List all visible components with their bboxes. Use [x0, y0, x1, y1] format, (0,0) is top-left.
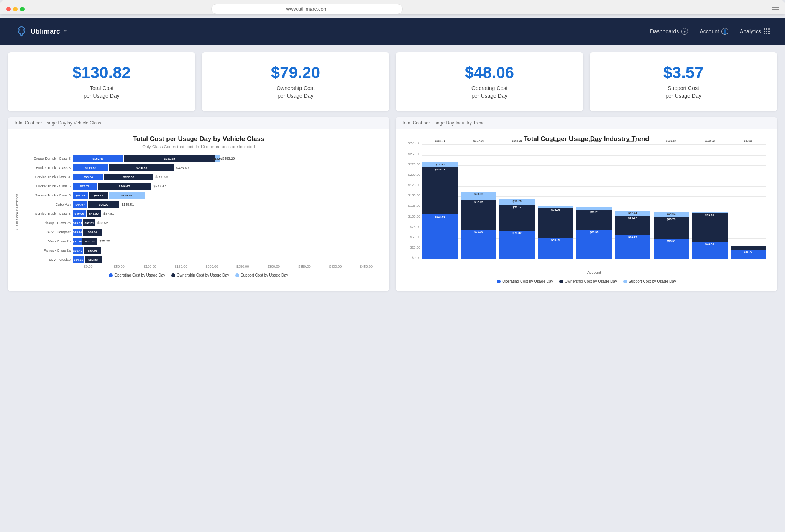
vbar-val-operating: $26.73	[731, 250, 766, 254]
ownership-cost-value: $79.20	[211, 64, 380, 82]
vbar-y-label: $225.00	[403, 162, 420, 166]
hbar-row-label: Digger Derrick - Class 8	[21, 157, 71, 160]
vbar-seg-ownership: $82.15	[461, 200, 496, 230]
vbar-group: $130.82$79.20$48.06	[692, 144, 727, 259]
legend-label-ownership: Ownership Cost by Usage Day	[177, 273, 229, 277]
vbar-seg-support: $14.51	[654, 212, 689, 217]
vbar-seg-operating: $48.06	[692, 242, 727, 259]
hbar-bars: $27.80$45.35$75.22	[73, 238, 382, 245]
hbar-bars: $74.76$166.67$247.47	[73, 183, 382, 190]
vbar-val-ownership: $60.73	[654, 217, 689, 221]
hbar-bars: $29.74$58.64	[73, 229, 382, 236]
vbar-group: $267.71$13.96$129.13$124.61	[422, 144, 458, 259]
hbar-row-label: Service Truck - Class 3	[21, 212, 71, 216]
vbar-val-support: $14.51	[654, 212, 689, 216]
vbar-y-label: $25.00	[403, 246, 420, 249]
nav-logo[interactable]: Utilimarc ™	[15, 25, 67, 38]
hbar-x-axis-label: $250.00	[227, 265, 258, 268]
address-bar[interactable]: www.utilimarc.com	[211, 4, 403, 14]
hbar-chart: Digger Derrick - Class 8$157.40$281.83$1…	[21, 155, 382, 263]
browser-menu-icon[interactable]	[772, 7, 779, 11]
vbar-seg-support: $13.96	[422, 162, 458, 167]
vbar-group: $38.36$26.73	[731, 144, 766, 259]
vbar-val-operating: $59.39	[538, 238, 573, 242]
hbar-seg-operating: $29.91	[73, 219, 82, 226]
vbar-y-label: $75.00	[403, 225, 420, 229]
vbar-y-label: $275.00	[403, 141, 420, 145]
hbar-seg-operating: $34.21	[73, 256, 84, 263]
right-chart-section-label: Total Cost per Usage Day Industry Trend	[396, 117, 777, 129]
vbar-seg-operating: $81.89	[461, 230, 496, 259]
nav-link-dashboards[interactable]: Dashboards ∨	[650, 28, 688, 35]
navbar: Utilimarc ™ Dashboards ∨ Account 👤 Analy…	[0, 18, 785, 45]
minimize-dot[interactable]	[13, 7, 18, 11]
hbar-row: Van - Class 2b$27.80$45.35$75.22	[21, 238, 382, 245]
legend-support: Support Cost by Usage Day	[235, 273, 288, 277]
charts-row: Total Cost per Usage Day by Vehicle Clas…	[8, 117, 777, 291]
hbar-bars: $157.40$281.83$14.06$453.29	[73, 155, 382, 162]
left-chart-y-label-container: Class Code Description Digger Derrick - …	[15, 155, 382, 268]
hbar-seg-ownership: $152.36	[104, 174, 153, 180]
vbar-val-ownership: $54.67	[615, 216, 650, 220]
vbar-val-operating: $80.35	[576, 230, 612, 234]
vbar-seg-ownership: $79.20	[692, 213, 727, 242]
hbar-total: $68.52	[97, 221, 108, 225]
hbar-row: Pickup - Class 2b$29.91$37.31$68.52	[21, 219, 382, 226]
vbar-val-ownership: $82.15	[461, 200, 496, 204]
hbar-seg-ownership: $58.64	[83, 229, 102, 236]
vbar-stack: $14.51$60.73$56.31	[654, 212, 689, 259]
left-chart-content: Digger Derrick - Class 8$157.40$281.83$1…	[21, 155, 382, 268]
hbar-bars: $40.00$45.89$87.81	[73, 210, 382, 217]
hbar-row: Service Truck - Class 5$46.44$60.72$110.…	[21, 192, 382, 199]
vbar-y-label: $250.00	[403, 152, 420, 156]
hbar-total: $75.22	[99, 239, 110, 243]
hbar-x-axis-label: $400.00	[320, 265, 351, 268]
fullscreen-dot[interactable]	[20, 7, 25, 11]
nav-links: Dashboards ∨ Account 👤 Analytics	[650, 28, 770, 35]
hbar-seg-operating: $157.40	[73, 155, 123, 162]
vbar-val-operating: $124.61	[422, 214, 458, 219]
vbar-seg-support: $16.25	[499, 199, 535, 205]
nav-link-account[interactable]: Account 👤	[700, 28, 728, 35]
vbar-seg-support: $23.02	[461, 192, 496, 200]
nav-link-analytics[interactable]: Analytics	[740, 28, 770, 34]
vbar-top-label: $267.71	[435, 139, 445, 142]
hbar-bars: $44.97$96.96$145.51	[73, 201, 382, 208]
vbar-seg-support: $12.44	[615, 211, 650, 216]
hbar-bars: $46.44$60.72$110.60	[73, 192, 382, 199]
legend-label-operating: Operating Cost by Usage Day	[114, 273, 165, 277]
vbar-group: $131.54$14.51$60.73$56.31	[654, 144, 689, 259]
logo-trademark: ™	[64, 29, 67, 34]
hbar-seg-operating: $111.52	[73, 164, 108, 171]
hbar-bars: $34.21$52.33	[73, 256, 382, 263]
vbar-bars-container: $267.71$13.96$129.13$124.61$187.06$23.02…	[422, 144, 766, 259]
legend-label-support: Support Cost by Usage Day	[241, 273, 288, 277]
hbar-row-label: Service Truck - Class 5	[21, 193, 71, 197]
vbar-seg-operating: $80.35	[576, 230, 612, 259]
hbar-row: Cube Van$44.97$96.96$145.51	[21, 201, 382, 208]
hbar-x-axis-label: $300.00	[258, 265, 289, 268]
left-chart-card: Total Cost per Usage Day by Vehicle Clas…	[8, 117, 389, 291]
hbar-bars: $95.24$152.36$252.58	[73, 174, 382, 180]
hbar-seg-ownership: $45.89	[87, 210, 101, 217]
vbar-seg-operating: $59.39	[538, 238, 573, 259]
hbar-total: $87.81	[103, 212, 114, 216]
person-circle-icon: 👤	[721, 28, 728, 35]
hbar-total: $323.69	[176, 166, 189, 170]
hbar-seg-operating: $44.97	[73, 201, 87, 208]
vbar-stack: $26.73	[731, 246, 766, 259]
nav-label-analytics: Analytics	[740, 28, 761, 34]
vbar-val-support: $23.02	[461, 192, 496, 196]
hbar-x-axis: $0.00$50.00$100.00$150.00$200.00$250.00$…	[73, 265, 382, 268]
hbar-total: $453.29	[222, 157, 235, 160]
vbar-stack: $12.44$54.67$66.73	[615, 211, 650, 260]
hbar-row: Digger Derrick - Class 8$157.40$281.83$1…	[21, 155, 382, 162]
main-content: $130.82 Total Costper Usage Day $79.20 O…	[0, 45, 785, 299]
operating-cost-label: Operating Costper Usage Day	[405, 85, 574, 100]
right-chart-legend: Operating Cost by Usage Day Ownership Co…	[403, 279, 770, 283]
ownership-cost-label: Ownership Costper Usage Day	[211, 85, 380, 100]
vbar-val-ownership: $56.21	[576, 210, 612, 214]
vbar-seg-support	[576, 207, 612, 210]
hbar-seg-ownership: $45.35	[82, 238, 97, 245]
close-dot[interactable]	[6, 7, 11, 11]
